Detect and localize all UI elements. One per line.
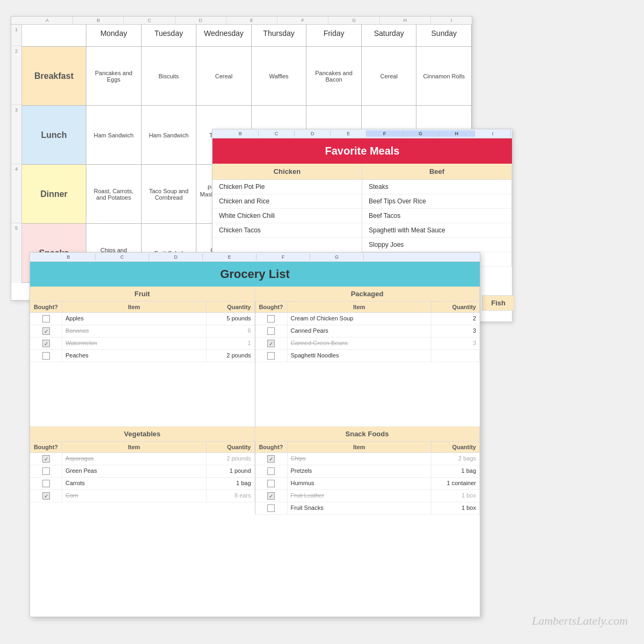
fruit-checkbox-2: ✓ — [42, 340, 50, 347]
packaged-col-headers: Bought? Item Quantity — [255, 302, 480, 313]
snack-row-2: Hummus 1 container — [255, 478, 480, 490]
veg-row-1: Green Peas 1 pound — [30, 465, 255, 478]
lunch-monday: Ham Sandwich — [86, 106, 142, 164]
day-wednesday: Wednesday — [196, 25, 252, 46]
snack-row-4: Fruit Snacks 1 box — [255, 502, 480, 515]
snackfoods-section-title: Snack Foods — [255, 427, 480, 441]
veg-checkbox-2 — [42, 480, 50, 487]
snack-checkbox-3: ✓ — [267, 492, 275, 500]
breakfast-thursday: Waffles — [252, 47, 307, 105]
beef-item-4: Sloppy Joes — [362, 238, 511, 252]
beef-item-1: Beef Tips Over Rice — [362, 194, 511, 209]
breakfast-row: Breakfast Pancakes and Eggs Biscuits Cer… — [22, 47, 472, 106]
snack-row-0: ✓ Chips 2 bags — [255, 453, 480, 465]
packaged-checkbox-3 — [267, 352, 275, 360]
veg-checkbox-3: ✓ — [42, 492, 50, 500]
fruit-half: Bought? Item Quantity Apples 5 pounds ✓ … — [30, 302, 255, 427]
veg-checkbox-1 — [42, 467, 50, 475]
packaged-checkbox-0 — [267, 315, 275, 323]
packaged-row-3: Spaghetti Noodles — [255, 350, 480, 362]
fruit-checkbox-3 — [42, 352, 50, 360]
packaged-row-2: ✓ Canned Green Beans 3 — [255, 338, 480, 350]
day-thursday: Thursday — [252, 25, 307, 46]
beef-category: Beef — [362, 164, 512, 179]
breakfast-sunday: Cinnamon Rolls — [416, 47, 472, 105]
breakfast-saturday: Cereal — [362, 47, 417, 105]
lunch-tuesday: Ham Sandwich — [142, 106, 197, 164]
snack-checkbox-2 — [267, 480, 275, 487]
grocery-list-sheet: B C D E F G Grocery List Fruit Packaged … — [30, 252, 480, 617]
fruit-section-title: Fruit — [30, 287, 255, 301]
breakfast-monday: Pancakes and Eggs — [86, 47, 142, 105]
snack-checkbox-1 — [267, 467, 275, 475]
beef-item-3: Spaghetti with Meat Sauce — [362, 223, 511, 238]
dinner-label: Dinner — [22, 165, 86, 223]
gl-bottom-data: Bought? Item Quantity ✓ Asparagus 2 poun… — [30, 442, 480, 515]
vegetables-half: Bought? Item Quantity ✓ Asparagus 2 poun… — [30, 442, 255, 515]
packaged-row-1: Canned Pears 3 — [255, 325, 480, 338]
day-monday: Monday — [86, 25, 142, 46]
veg-col-headers: Bought? Item Quantity — [30, 442, 255, 453]
chicken-item-0: Chicken Pot Pie — [213, 180, 362, 194]
gl-top-data: Bought? Item Quantity Apples 5 pounds ✓ … — [30, 302, 480, 427]
snack-checkbox-0: ✓ — [267, 455, 275, 463]
day-tuesday: Tuesday — [142, 25, 197, 46]
lunch-label: Lunch — [22, 106, 86, 164]
day-sunday: Sunday — [416, 25, 472, 46]
snack-checkbox-4 — [267, 504, 275, 512]
grocery-list-title: Grocery List — [30, 262, 480, 287]
chicken-item-2: White Chicken Chili — [213, 209, 362, 223]
packaged-section-title: Packaged — [255, 287, 480, 301]
chicken-item-1: Chicken and Rice — [213, 194, 362, 209]
gl-bottom-sections: Vegetables Snack Foods — [30, 427, 480, 442]
watermark: LambertsLately.com — [532, 614, 628, 628]
gl-col-headers: B C D E F G — [30, 253, 480, 262]
veg-checkbox-0: ✓ — [42, 455, 50, 463]
favorite-meals-title: Favorite Meals — [213, 138, 512, 164]
fm-col-headers: B C D E F G H I — [213, 129, 512, 138]
dinner-monday: Roast, Carrots, and Potatoes — [86, 165, 142, 223]
fm-categories: Chicken Beef — [213, 164, 512, 180]
breakfast-wednesday: Cereal — [196, 47, 252, 105]
fruit-row-1: ✓ Bananas 6 — [30, 325, 255, 338]
breakfast-friday: Pancakes and Bacon — [306, 47, 362, 105]
packaged-checkbox-1 — [267, 327, 275, 335]
packaged-empty-rows — [255, 362, 480, 427]
snackfoods-half: Bought? Item Quantity ✓ Chips 2 bags Pre… — [255, 442, 480, 515]
vegetables-section-title: Vegetables — [30, 427, 255, 441]
snack-col-headers: Bought? Item Quantity — [255, 442, 480, 453]
breakfast-tuesday: Biscuits — [142, 47, 197, 105]
snack-row-1: Pretzels 1 bag — [255, 465, 480, 478]
veg-row-0: ✓ Asparagus 2 pounds — [30, 453, 255, 465]
fruit-row-3: Peaches 2 pounds — [30, 350, 255, 362]
dinner-tuesday: Taco Soup and Cornbread — [142, 165, 197, 223]
fruit-checkbox-0 — [42, 315, 50, 323]
gl-top-sections: Fruit Packaged — [30, 287, 480, 302]
fruit-col-headers: Bought? Item Quantity — [30, 302, 255, 313]
snack-row-3: ✓ Fruit Leather 1 box — [255, 490, 480, 502]
chicken-category: Chicken — [213, 164, 362, 179]
breakfast-label: Breakfast — [22, 47, 86, 105]
beef-item-0: Steaks — [362, 180, 511, 194]
veg-row-2: Carrots 1 bag — [30, 478, 255, 490]
beef-item-2: Beef Tacos — [362, 209, 511, 223]
day-saturday: Saturday — [362, 25, 417, 46]
fruit-row-2: ✓ Watermelon 1 — [30, 338, 255, 350]
veg-row-3: ✓ Corn 8 ears — [30, 490, 255, 502]
packaged-row-0: Cream of Chicken Soup 2 — [255, 313, 480, 325]
fruit-row-0: Apples 5 pounds — [30, 313, 255, 325]
day-friday: Friday — [306, 25, 362, 46]
packaged-checkbox-2: ✓ — [267, 340, 275, 347]
fish-label: Fish — [482, 295, 515, 311]
fruit-checkbox-1: ✓ — [42, 327, 50, 335]
chicken-item-3: Chicken Tacos — [213, 223, 362, 238]
fruit-empty-rows — [30, 362, 255, 427]
packaged-half: Bought? Item Quantity Cream of Chicken S… — [255, 302, 480, 427]
